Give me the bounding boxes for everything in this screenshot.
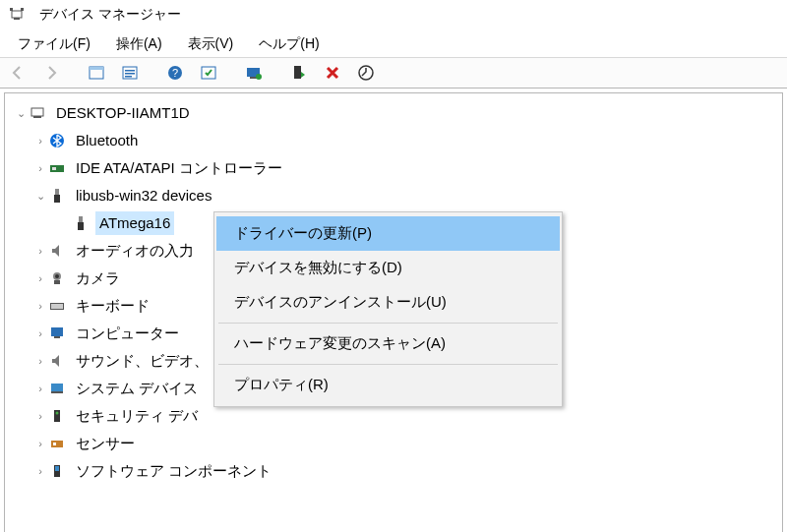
menu-action[interactable]: 操作(A) [104, 31, 174, 57]
ctx-properties[interactable]: プロパティ(R) [216, 368, 560, 402]
chevron-right-icon[interactable]: › [32, 154, 48, 182]
toolbar: ? [0, 57, 787, 89]
tree-node-software-comp[interactable]: › ソフトウェア コンポーネント [9, 457, 782, 485]
tree-label: キーボード [76, 292, 150, 320]
svg-rect-26 [78, 222, 84, 230]
camera-icon [48, 269, 66, 287]
tree-label: カメラ [76, 265, 120, 292]
chevron-right-icon[interactable]: › [32, 375, 48, 402]
svg-rect-34 [51, 384, 63, 391]
svg-rect-9 [125, 76, 132, 78]
sound-icon [48, 352, 66, 370]
svg-rect-7 [125, 70, 135, 72]
tree-label: オーディオの入力 [76, 237, 194, 265]
tree-node-libusb[interactable]: ⌄ libusb-win32 devices [9, 182, 782, 209]
tree-label: ATmega16 [99, 209, 170, 237]
chevron-right-icon[interactable]: › [32, 292, 48, 320]
svg-rect-35 [51, 391, 63, 393]
svg-text:?: ? [172, 67, 178, 79]
enable-device-button[interactable] [287, 61, 311, 85]
chevron-down-icon[interactable]: ⌄ [13, 99, 29, 127]
context-menu: ドライバーの更新(P) デバイスを無効にする(D) デバイスのアンインストール(… [213, 211, 563, 407]
svg-rect-31 [51, 304, 63, 309]
keyboard-icon [48, 297, 66, 315]
monitor-icon [48, 325, 66, 342]
ctx-disable-device[interactable]: デバイスを無効にする(D) [216, 251, 560, 285]
tree-node-ide[interactable]: › IDE ATA/ATAPI コントローラー [9, 154, 782, 182]
security-device-icon [48, 407, 66, 425]
tree-node-sensor[interactable]: › センサー [9, 430, 782, 457]
show-hidden-button[interactable] [85, 61, 108, 85]
svg-rect-3 [21, 8, 24, 11]
ctx-separator [218, 364, 558, 365]
ctx-update-driver[interactable]: ドライバーの更新(P) [216, 216, 560, 251]
svg-rect-32 [51, 327, 63, 336]
tree-root-label: DESKTOP-IIAMT1D [56, 99, 190, 127]
menu-file[interactable]: ファイル(F) [6, 31, 102, 57]
chevron-right-icon[interactable]: › [32, 402, 48, 430]
svg-rect-14 [250, 77, 257, 79]
sensor-icon [48, 435, 66, 452]
svg-rect-25 [79, 216, 83, 222]
uninstall-device-button[interactable] [321, 61, 344, 85]
tree-label: IDE ATA/ATAPI コントローラー [76, 154, 282, 182]
update-driver-button[interactable] [242, 61, 266, 85]
tree-node-bluetooth[interactable]: › Bluetooth [9, 127, 782, 154]
chevron-right-icon[interactable]: › [32, 127, 48, 154]
ctx-scan-hw[interactable]: ハードウェア変更のスキャン(A) [216, 326, 560, 361]
svg-rect-39 [53, 443, 56, 445]
tree-label: Bluetooth [76, 127, 138, 154]
bluetooth-icon [48, 132, 66, 149]
back-button[interactable] [6, 61, 30, 85]
chevron-right-icon[interactable]: › [32, 237, 48, 265]
chevron-right-icon[interactable]: › [32, 265, 48, 292]
tree-label: セキュリティ デバ [76, 402, 198, 430]
svg-rect-1 [14, 18, 20, 20]
tree-label: システム デバイス [76, 375, 198, 402]
svg-rect-38 [51, 441, 63, 447]
ctx-uninstall-device[interactable]: デバイスのアンインストール(U) [216, 285, 560, 320]
tree-root[interactable]: ⌄ DESKTOP-IIAMT1D [9, 99, 782, 127]
ctx-separator [218, 323, 558, 324]
menu-view[interactable]: 表示(V) [176, 31, 246, 57]
svg-point-37 [56, 412, 59, 415]
svg-point-28 [55, 274, 59, 278]
devmgr-icon [8, 6, 26, 24]
svg-rect-0 [12, 11, 22, 18]
properties-button[interactable] [118, 61, 142, 85]
svg-rect-33 [54, 336, 60, 338]
chevron-right-icon[interactable]: › [32, 320, 48, 347]
system-device-icon [48, 380, 66, 397]
tree-label: センサー [76, 430, 135, 457]
device-tree[interactable]: ⌄ DESKTOP-IIAMT1D › Bluetooth › IDE ATA/… [4, 92, 783, 532]
forward-button[interactable] [39, 61, 63, 85]
svg-point-15 [256, 74, 262, 80]
tree-label: ソフトウェア コンポーネント [76, 457, 272, 485]
svg-rect-8 [125, 73, 135, 75]
svg-rect-24 [54, 195, 60, 203]
titlebar: デバイス マネージャー [0, 0, 787, 30]
window-title: デバイス マネージャー [39, 6, 181, 24]
tree-label: libusb-win32 devices [76, 182, 212, 209]
svg-rect-22 [52, 167, 56, 170]
menu-help[interactable]: ヘルプ(H) [247, 31, 331, 57]
svg-rect-2 [10, 8, 13, 11]
svg-rect-16 [294, 66, 301, 79]
tree-label: コンピューター [76, 320, 179, 347]
svg-rect-18 [31, 108, 43, 116]
scan-hardware-button[interactable] [197, 61, 220, 85]
chevron-right-icon[interactable]: › [32, 457, 48, 485]
usb-icon [48, 187, 66, 205]
audio-icon [48, 242, 66, 260]
svg-rect-23 [55, 189, 59, 195]
svg-rect-5 [90, 67, 103, 70]
software-component-icon [48, 462, 66, 480]
svg-rect-41 [55, 466, 59, 471]
chevron-right-icon[interactable]: › [32, 430, 48, 457]
chevron-right-icon[interactable]: › [32, 347, 48, 375]
chevron-down-icon[interactable]: ⌄ [32, 182, 48, 209]
svg-rect-19 [33, 116, 41, 118]
help-button[interactable]: ? [163, 61, 187, 85]
computer-icon [29, 104, 46, 122]
disable-device-button[interactable] [354, 61, 378, 85]
